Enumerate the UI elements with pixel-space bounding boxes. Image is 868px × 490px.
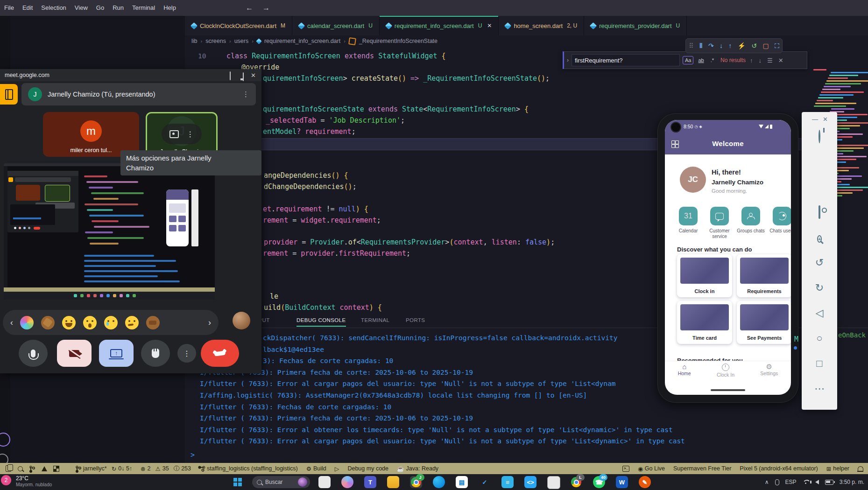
camera-toggle-button[interactable]: [57, 340, 92, 367]
emoji-cry-icon[interactable]: [104, 316, 118, 329]
taskbar-app-folder[interactable]: [387, 476, 399, 488]
pause-icon[interactable]: ‖: [699, 42, 703, 49]
menu-item-view[interactable]: View: [71, 0, 92, 16]
taskbar-app-teams[interactable]: T: [364, 476, 376, 488]
taskbar-app-docs[interactable]: [318, 476, 331, 488]
emoji-scroll-left-icon[interactable]: ‹: [10, 318, 13, 328]
debug-my-code-item[interactable]: Debug my code: [347, 465, 388, 472]
pip-icon[interactable]: [243, 73, 244, 81]
notifications-bell-icon[interactable]: [858, 466, 863, 471]
nav-home[interactable]: ⌂Home: [678, 363, 691, 382]
presenter-banner[interactable]: J Jarnelly Chamizo (Tú, presentando) ⋮: [21, 83, 256, 105]
emoji-party-icon[interactable]: [20, 316, 34, 329]
emoji-clap-icon[interactable]: [41, 316, 55, 329]
taskbar-app-phone-link[interactable]: [547, 476, 560, 489]
emoji-thumbs-down-icon[interactable]: [146, 316, 160, 329]
quick-action-chats-users[interactable]: [773, 207, 791, 225]
debug-console-prompt[interactable]: >: [191, 451, 195, 459]
code-line[interactable]: et.requirement != null) {: [263, 205, 368, 213]
menu-item-go[interactable]: Go: [92, 0, 108, 16]
widget-inspector-icon[interactable]: ⛶: [775, 42, 779, 50]
whole-word-toggle[interactable]: ab: [696, 56, 706, 64]
panel-tab-debug-console[interactable]: DEBUG CONSOLE: [296, 317, 346, 327]
tab-clockinclockoutscreen-dart[interactable]: ClockInClockOutScreen.dartM: [185, 16, 292, 35]
breadcrumb-file[interactable]: requirement_info_screen.dart: [264, 38, 340, 44]
emulator-home-button[interactable]: ○: [810, 332, 829, 344]
code-line[interactable]: class RequirementInfoScreen extends Stat…: [226, 52, 446, 60]
emulator-rotate-left-button[interactable]: ↺: [810, 257, 829, 269]
build-item[interactable]: ⚙Build: [306, 465, 326, 472]
emulator-zoom-in-button[interactable]: +: [810, 231, 829, 244]
card-requirements[interactable]: Requirements: [737, 254, 791, 297]
drag-handle-icon[interactable]: ⠿: [689, 42, 693, 49]
nav-clock-in[interactable]: Clock In: [717, 363, 734, 382]
console-line[interactable]: 3): Fechas de corte cargadas: 10: [263, 357, 393, 364]
menu-item-help[interactable]: Help: [159, 0, 180, 16]
device-item[interactable]: Pixel 5 (android-x64 emulator): [740, 465, 818, 472]
card-clock-in[interactable]: Clock in: [677, 254, 732, 297]
helper-item[interactable]: ⊞helper: [826, 465, 849, 472]
more-options-button[interactable]: ⋮: [177, 344, 196, 363]
quick-action-groups-chats[interactable]: [741, 207, 760, 225]
emulator-power-button[interactable]: [810, 131, 829, 143]
close-find-icon[interactable]: ✕: [777, 57, 785, 64]
console-line[interactable]: ckDispatcher( 7633): sendCancelIfRunning…: [263, 334, 618, 342]
terminal-status-icon[interactable]: >_: [622, 466, 629, 472]
go-live-item[interactable]: ◉Go Live: [638, 465, 665, 472]
taskbar-app-whatsapp[interactable]: ☎40: [593, 476, 605, 488]
leave-room-icon[interactable]: [0, 84, 18, 105]
hidden-icons-chevron[interactable]: ∧: [765, 479, 769, 485]
taskbar-app-store[interactable]: ▤: [456, 476, 468, 488]
console-line[interactable]: I/flutter ( 7633): Primera fecha de cort…: [200, 414, 473, 422]
banner-menu-icon[interactable]: ⋮: [242, 90, 249, 98]
supermaven-item[interactable]: Supermaven Free Tier: [673, 465, 731, 472]
breadcrumb-item[interactable]: users: [234, 38, 249, 44]
restart-icon[interactable]: ↺: [751, 42, 757, 49]
pin-presentation-icon[interactable]: [169, 130, 179, 138]
meet-close-icon[interactable]: ✕: [251, 72, 256, 79]
menu-item-terminal[interactable]: Terminal: [128, 0, 159, 16]
clock[interactable]: 3:50 p. m.: [840, 479, 864, 485]
menu-item-file[interactable]: File: [0, 0, 18, 16]
emoji-laugh-icon[interactable]: [62, 316, 76, 329]
launch-config-item[interactable]: staffing_logistics (staffing_logistics): [199, 465, 298, 472]
quick-action-customer-service[interactable]: [710, 207, 729, 225]
code-line[interactable]: provider = Provider.of<RequirementsProvi…: [264, 238, 555, 246]
emulator-close-icon[interactable]: ✕: [823, 116, 833, 123]
find-in-selection-icon[interactable]: ☰: [766, 57, 774, 64]
flask-icon[interactable]: [42, 466, 47, 471]
console-line[interactable]: I/flutter ( 7633): Error al cargar pagos…: [200, 437, 685, 445]
code-line[interactable]: quirementInfoScreenState extends State<R…: [263, 105, 529, 113]
console-line[interactable]: I/flutter ( 7633): Fechas de corte carga…: [200, 403, 391, 411]
wifi-tray-icon[interactable]: [803, 480, 809, 484]
toggle-replace-icon[interactable]: ›: [567, 57, 569, 63]
account-icon[interactable]: [0, 433, 10, 447]
emoji-scroll-right-icon[interactable]: ›: [208, 318, 211, 328]
panel-tab-terminal[interactable]: TERMINAL: [361, 317, 389, 323]
news-badge[interactable]: 2: [1, 475, 11, 485]
card-see-payments[interactable]: See Payments: [737, 301, 791, 344]
menu-item-run[interactable]: Run: [108, 0, 128, 16]
problems-item[interactable]: ⊗2 ⚠35 ⓘ253: [141, 465, 191, 473]
taskbar-app-paint[interactable]: ✎: [639, 476, 651, 488]
tab-requirements_provider-dart[interactable]: requirements_provider.dartU: [584, 16, 687, 35]
breadcrumb-symbol[interactable]: _RequirementInfoScreenState: [359, 38, 438, 44]
emulator-overview-button[interactable]: □: [810, 357, 829, 370]
next-match-icon[interactable]: ↓: [757, 57, 763, 64]
tab-requirement_info_screen-dart[interactable]: requirement_info_screen.dartU✕: [380, 16, 499, 35]
code-line[interactable]: uild(BuildContext context) {: [264, 303, 382, 312]
prev-match-icon[interactable]: ↑: [748, 57, 755, 64]
step-out-icon[interactable]: ↑: [728, 42, 732, 49]
code-line[interactable]: entModel? requirement;: [263, 127, 356, 136]
home-indicator[interactable]: [711, 389, 745, 391]
tile-menu-icon[interactable]: ⋮: [186, 130, 194, 139]
breadcrumb-item[interactable]: lib: [191, 38, 198, 44]
extensions-icon[interactable]: [54, 466, 59, 471]
language-indicator[interactable]: ESP: [785, 479, 797, 485]
tray-mic-icon[interactable]: [775, 479, 779, 485]
close-tab-icon[interactable]: ✕: [487, 22, 492, 29]
branch-status-icon[interactable]: [29, 466, 35, 472]
java-status-item[interactable]: ☕Java: Ready: [397, 465, 438, 472]
quick-action-calendar[interactable]: 31: [679, 207, 698, 225]
step-into-icon[interactable]: ↓: [720, 42, 723, 49]
